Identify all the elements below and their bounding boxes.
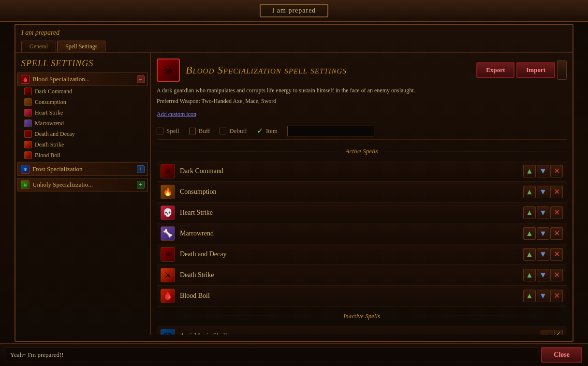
blood-boil-up[interactable]: ▲ <box>523 290 536 302</box>
filter-spell[interactable]: Spell <box>157 127 179 135</box>
unholy-spec-toggle[interactable]: + <box>137 181 145 189</box>
spell-row-heart-strike: 💀 Heart Strike ▲ ▼ ✕ <box>157 203 567 223</box>
dark-command-up[interactable]: ▲ <box>523 165 536 177</box>
spell-row-anti-magic-shell: 🛡 Anti-Magic Shell ▲ ✓ <box>157 326 567 335</box>
marrowrend-icon: 🦴 <box>161 226 175 241</box>
spell-row-marrowrend: 🦴 Marrowrend ▲ ▼ ✕ <box>157 223 567 244</box>
death-strike-up[interactable]: ▲ <box>523 269 536 281</box>
sidebar-spell-death-strike[interactable]: Death Strike <box>21 139 148 150</box>
inactive-spells-label: Inactive Spells <box>343 312 380 320</box>
dark-command-controls: ▲ ▼ ✕ <box>523 165 563 177</box>
close-button[interactable]: Close <box>541 347 582 363</box>
death-strike-down[interactable]: ▼ <box>537 269 549 281</box>
active-spells-divider: Active Spells <box>157 147 567 155</box>
import-button[interactable]: Import <box>516 62 555 78</box>
item-checkmark: ✓ <box>257 126 263 135</box>
death-strike-remove[interactable]: ✕ <box>550 269 563 281</box>
marrowrend-name: Marrowrend <box>180 230 518 237</box>
filter-buff[interactable]: Buff <box>189 127 210 135</box>
sidebar: Spell Settings 🩸 Blood Specialization...… <box>15 53 151 335</box>
consumption-remove[interactable]: ✕ <box>550 186 563 198</box>
death-decay-up[interactable]: ▲ <box>523 248 536 261</box>
heart-strike-sidebar-icon <box>24 109 32 117</box>
spell-checkbox[interactable] <box>157 128 163 134</box>
add-custom-icon-link[interactable]: Add custom icon <box>157 111 567 118</box>
filter-input[interactable] <box>287 126 374 136</box>
anti-magic-icon: 🛡 <box>161 329 175 335</box>
sidebar-spell-blood-boil[interactable]: Blood Boil <box>21 150 148 161</box>
death-decay-sidebar-icon <box>24 130 32 138</box>
filter-item[interactable]: ✓ Item <box>257 126 278 135</box>
unholy-spec-label: Unholy Specializzatio... <box>32 181 93 189</box>
consumption-sidebar-icon <box>24 98 32 106</box>
inactive-spells-divider: Inactive Spells <box>157 312 567 320</box>
export-button[interactable]: Export <box>476 62 514 78</box>
spec-description: A dark guardian who manipulates and corr… <box>157 87 567 95</box>
heart-strike-down[interactable]: ▼ <box>537 206 549 219</box>
dark-command-down[interactable]: ▼ <box>537 165 549 177</box>
consumption-name: Consumption <box>180 188 518 196</box>
blood-boil-sidebar-icon <box>24 151 32 159</box>
marrowrend-down[interactable]: ▼ <box>537 227 549 240</box>
anti-magic-up[interactable]: ▲ <box>541 330 553 335</box>
frost-spec-label: Frost Specialization <box>32 165 83 173</box>
sidebar-spell-heart-strike[interactable]: Heart Strike <box>21 107 148 118</box>
death-decay-icon: ☠ <box>161 247 175 262</box>
death-strike-controls: ▲ ▼ ✕ <box>523 269 563 281</box>
blood-boil-down[interactable]: ▼ <box>537 290 549 302</box>
spell-row-consumption: 🔥 Consumption ▲ ▼ ✕ <box>157 182 567 203</box>
divider-right <box>383 151 567 151</box>
blood-spec-toggle[interactable]: − <box>137 75 145 83</box>
tab-general[interactable]: General <box>21 41 56 52</box>
sidebar-spell-dark-command[interactable]: Dark Command <box>21 86 148 97</box>
spell-row-dark-command: ⚔ Dark Command ▲ ▼ ✕ <box>157 161 567 182</box>
spec-header-blood[interactable]: 🩸 Blood Specialization... − <box>17 73 148 86</box>
header-buttons: Export Import <box>476 60 567 80</box>
debuff-checkbox[interactable] <box>220 128 226 134</box>
death-strike-name: Death Strike <box>180 271 518 279</box>
unholy-spec-icon: ☠ <box>21 180 29 189</box>
title-bar: I am prepared <box>0 0 588 22</box>
consumption-controls: ▲ ▼ ✕ <box>523 186 563 198</box>
spec-header-unholy[interactable]: ☠ Unholy Specializzatio... + <box>17 178 148 191</box>
heart-strike-icon: 💀 <box>161 205 175 220</box>
spec-group-unholy: ☠ Unholy Specializzatio... + <box>17 178 148 191</box>
death-decay-controls: ▲ ▼ ✕ <box>523 248 563 261</box>
spec-group-blood: 🩸 Blood Specialization... − Dark Command… <box>17 73 148 161</box>
dark-command-remove[interactable]: ✕ <box>550 165 563 177</box>
bottom-bar: Close <box>0 343 588 366</box>
blood-boil-remove[interactable]: ✕ <box>550 290 563 302</box>
dark-command-name: Dark Command <box>180 167 518 175</box>
heart-strike-remove[interactable]: ✕ <box>550 206 563 219</box>
tab-spell-settings[interactable]: Spell Settings <box>57 41 105 52</box>
filters-row: Spell Buff Debuff ✓ Item <box>157 123 567 140</box>
filter-debuff[interactable]: Debuff <box>220 127 247 135</box>
consumption-up[interactable]: ▲ <box>523 186 536 198</box>
main-content: ☠ Blood Specialization spell settings Ex… <box>151 53 573 335</box>
sidebar-spell-marrowrend[interactable]: Marrowrend <box>21 118 148 129</box>
chat-input[interactable] <box>6 348 537 362</box>
dark-command-icon: ⚔ <box>161 164 175 178</box>
blood-spec-spells: Dark Command Consumption Heart Strike Ma… <box>17 86 148 161</box>
sidebar-spell-consumption[interactable]: Consumption <box>21 97 148 107</box>
death-decay-down[interactable]: ▼ <box>537 248 549 261</box>
scroll-indicator <box>557 60 567 80</box>
marrowrend-remove[interactable]: ✕ <box>550 227 563 240</box>
death-decay-remove[interactable]: ✕ <box>550 248 563 261</box>
spell-row-death-and-decay: ☠ Death and Decay ▲ ▼ ✕ <box>157 244 567 265</box>
window-title-bar: I am prepared <box>15 25 573 41</box>
consumption-down[interactable]: ▼ <box>537 186 549 198</box>
spec-group-frost: ❄ Frost Specialization + <box>17 162 148 176</box>
window-title: I am prepared <box>260 4 329 17</box>
spec-header-frost[interactable]: ❄ Frost Specialization + <box>17 162 148 176</box>
anti-magic-add[interactable]: ✓ <box>554 330 563 335</box>
blood-boil-controls: ▲ ▼ ✕ <box>523 290 563 302</box>
spell-row-blood-boil: 🩸 Blood Boil ▲ ▼ ✕ <box>157 286 567 307</box>
heart-strike-up[interactable]: ▲ <box>523 206 536 219</box>
frost-spec-toggle[interactable]: + <box>137 165 145 173</box>
marrowrend-up[interactable]: ▲ <box>523 227 536 240</box>
dark-command-sidebar-icon <box>24 88 32 95</box>
death-strike-sidebar-icon <box>24 141 32 148</box>
sidebar-spell-death-and-decay[interactable]: Death and Decay <box>21 129 148 139</box>
buff-checkbox[interactable] <box>189 128 196 134</box>
